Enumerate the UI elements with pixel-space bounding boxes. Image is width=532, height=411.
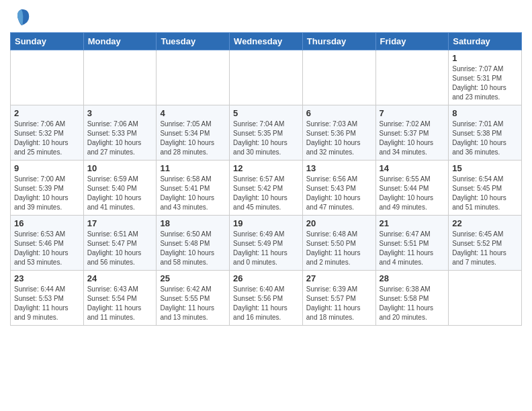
week-row-4: 23Sunrise: 6:44 AM Sunset: 5:53 PM Dayli…: [11, 271, 522, 326]
calendar-cell: 28Sunrise: 6:38 AM Sunset: 5:58 PM Dayli…: [375, 271, 449, 326]
day-number: 3: [87, 108, 153, 118]
calendar-cell: 4Sunrise: 7:05 AM Sunset: 5:34 PM Daylig…: [157, 105, 230, 161]
day-info: Sunrise: 6:43 AM Sunset: 5:54 PM Dayligh…: [87, 285, 153, 322]
calendar-cell: [11, 50, 84, 105]
day-number: 15: [452, 163, 518, 173]
day-number: 10: [87, 163, 153, 173]
day-info: Sunrise: 7:02 AM Sunset: 5:37 PM Dayligh…: [380, 120, 445, 157]
day-number: 17: [87, 218, 153, 228]
day-info: Sunrise: 7:03 AM Sunset: 5:36 PM Dayligh…: [306, 120, 372, 157]
day-info: Sunrise: 6:38 AM Sunset: 5:58 PM Dayligh…: [380, 285, 445, 322]
logo-icon: [11, 7, 32, 27]
calendar-cell: [230, 50, 303, 105]
day-number: 8: [452, 108, 518, 118]
calendar-cell: 13Sunrise: 6:56 AM Sunset: 5:43 PM Dayli…: [302, 161, 375, 216]
calendar-cell: 18Sunrise: 6:50 AM Sunset: 5:48 PM Dayli…: [157, 216, 230, 271]
day-number: 23: [14, 273, 80, 283]
day-number: 6: [306, 108, 372, 118]
day-number: 16: [14, 218, 80, 228]
day-number: 4: [160, 108, 226, 118]
calendar-cell: 20Sunrise: 6:48 AM Sunset: 5:50 PM Dayli…: [302, 216, 375, 271]
day-number: 14: [380, 163, 445, 173]
day-info: Sunrise: 7:06 AM Sunset: 5:32 PM Dayligh…: [14, 120, 80, 157]
day-number: 28: [380, 273, 445, 283]
day-info: Sunrise: 7:04 AM Sunset: 5:35 PM Dayligh…: [233, 120, 299, 157]
calendar-cell: 19Sunrise: 6:49 AM Sunset: 5:49 PM Dayli…: [230, 216, 303, 271]
day-info: Sunrise: 6:40 AM Sunset: 5:56 PM Dayligh…: [233, 285, 299, 322]
day-number: 1: [452, 53, 518, 63]
day-info: Sunrise: 7:01 AM Sunset: 5:38 PM Dayligh…: [452, 120, 518, 157]
weekday-header-friday: Friday: [375, 33, 449, 50]
day-number: 19: [233, 218, 299, 228]
day-info: Sunrise: 6:47 AM Sunset: 5:51 PM Dayligh…: [380, 230, 445, 267]
day-info: Sunrise: 7:07 AM Sunset: 5:31 PM Dayligh…: [452, 64, 518, 102]
calendar-cell: 7Sunrise: 7:02 AM Sunset: 5:37 PM Daylig…: [375, 105, 449, 161]
calendar-cell: 27Sunrise: 6:39 AM Sunset: 5:57 PM Dayli…: [302, 271, 375, 326]
calendar-header: SundayMondayTuesdayWednesdayThursdayFrid…: [11, 33, 522, 50]
calendar-cell: 1Sunrise: 7:07 AM Sunset: 5:31 PM Daylig…: [449, 50, 522, 105]
calendar-cell: [449, 271, 522, 326]
calendar-cell: 2Sunrise: 7:06 AM Sunset: 5:32 PM Daylig…: [11, 105, 84, 161]
weekday-row: SundayMondayTuesdayWednesdayThursdayFrid…: [11, 33, 522, 50]
day-number: 2: [14, 108, 80, 118]
weekday-header-thursday: Thursday: [302, 33, 375, 50]
day-info: Sunrise: 6:44 AM Sunset: 5:53 PM Dayligh…: [14, 285, 80, 322]
day-info: Sunrise: 6:53 AM Sunset: 5:46 PM Dayligh…: [14, 230, 80, 267]
calendar: SundayMondayTuesdayWednesdayThursdayFrid…: [10, 32, 522, 326]
day-number: 26: [233, 273, 299, 283]
day-number: 25: [160, 273, 226, 283]
calendar-cell: 16Sunrise: 6:53 AM Sunset: 5:46 PM Dayli…: [11, 216, 84, 271]
day-number: 9: [14, 163, 80, 173]
calendar-body: 1Sunrise: 7:07 AM Sunset: 5:31 PM Daylig…: [11, 50, 522, 326]
calendar-cell: 6Sunrise: 7:03 AM Sunset: 5:36 PM Daylig…: [302, 105, 375, 161]
calendar-cell: [302, 50, 375, 105]
calendar-cell: 24Sunrise: 6:43 AM Sunset: 5:54 PM Dayli…: [83, 271, 157, 326]
day-number: 21: [380, 218, 445, 228]
calendar-cell: 14Sunrise: 6:55 AM Sunset: 5:44 PM Dayli…: [375, 161, 449, 216]
calendar-cell: 21Sunrise: 6:47 AM Sunset: 5:51 PM Dayli…: [375, 216, 449, 271]
day-number: 12: [233, 163, 299, 173]
day-info: Sunrise: 6:59 AM Sunset: 5:40 PM Dayligh…: [87, 175, 153, 212]
calendar-cell: 26Sunrise: 6:40 AM Sunset: 5:56 PM Dayli…: [230, 271, 303, 326]
day-info: Sunrise: 6:55 AM Sunset: 5:44 PM Dayligh…: [380, 175, 445, 212]
calendar-cell: [157, 50, 230, 105]
week-row-2: 9Sunrise: 7:00 AM Sunset: 5:39 PM Daylig…: [11, 161, 522, 216]
calendar-cell: [83, 50, 157, 105]
weekday-header-wednesday: Wednesday: [230, 33, 303, 50]
day-info: Sunrise: 7:06 AM Sunset: 5:33 PM Dayligh…: [87, 120, 153, 157]
week-row-1: 2Sunrise: 7:06 AM Sunset: 5:32 PM Daylig…: [11, 105, 522, 161]
calendar-cell: 8Sunrise: 7:01 AM Sunset: 5:38 PM Daylig…: [449, 105, 522, 161]
page-container: SundayMondayTuesdayWednesdayThursdayFrid…: [0, 0, 532, 332]
day-number: 27: [306, 273, 372, 283]
day-info: Sunrise: 7:00 AM Sunset: 5:39 PM Dayligh…: [14, 175, 80, 212]
day-info: Sunrise: 6:49 AM Sunset: 5:49 PM Dayligh…: [233, 230, 299, 267]
week-row-3: 16Sunrise: 6:53 AM Sunset: 5:46 PM Dayli…: [11, 216, 522, 271]
calendar-cell: 25Sunrise: 6:42 AM Sunset: 5:55 PM Dayli…: [157, 271, 230, 326]
calendar-cell: 5Sunrise: 7:04 AM Sunset: 5:35 PM Daylig…: [230, 105, 303, 161]
header: [10, 7, 522, 27]
calendar-cell: 22Sunrise: 6:45 AM Sunset: 5:52 PM Dayli…: [449, 216, 522, 271]
day-number: 24: [87, 273, 153, 283]
day-number: 11: [160, 163, 226, 173]
day-number: 20: [306, 218, 372, 228]
day-number: 18: [160, 218, 226, 228]
day-info: Sunrise: 6:39 AM Sunset: 5:57 PM Dayligh…: [306, 285, 372, 322]
week-row-0: 1Sunrise: 7:07 AM Sunset: 5:31 PM Daylig…: [11, 50, 522, 105]
day-info: Sunrise: 6:51 AM Sunset: 5:47 PM Dayligh…: [87, 230, 153, 267]
day-number: 7: [380, 108, 445, 118]
day-info: Sunrise: 6:50 AM Sunset: 5:48 PM Dayligh…: [160, 230, 226, 267]
logo: [10, 7, 32, 27]
day-info: Sunrise: 6:56 AM Sunset: 5:43 PM Dayligh…: [306, 175, 372, 212]
calendar-cell: 11Sunrise: 6:58 AM Sunset: 5:41 PM Dayli…: [157, 161, 230, 216]
calendar-cell: 17Sunrise: 6:51 AM Sunset: 5:47 PM Dayli…: [83, 216, 157, 271]
calendar-cell: 23Sunrise: 6:44 AM Sunset: 5:53 PM Dayli…: [11, 271, 84, 326]
day-info: Sunrise: 7:05 AM Sunset: 5:34 PM Dayligh…: [160, 120, 226, 157]
calendar-cell: 3Sunrise: 7:06 AM Sunset: 5:33 PM Daylig…: [83, 105, 157, 161]
day-info: Sunrise: 6:58 AM Sunset: 5:41 PM Dayligh…: [160, 175, 226, 212]
day-info: Sunrise: 6:57 AM Sunset: 5:42 PM Dayligh…: [233, 175, 299, 212]
day-number: 22: [452, 218, 518, 228]
day-number: 5: [233, 108, 299, 118]
day-info: Sunrise: 6:42 AM Sunset: 5:55 PM Dayligh…: [160, 285, 226, 322]
calendar-cell: 15Sunrise: 6:54 AM Sunset: 5:45 PM Dayli…: [449, 161, 522, 216]
weekday-header-saturday: Saturday: [449, 33, 522, 50]
